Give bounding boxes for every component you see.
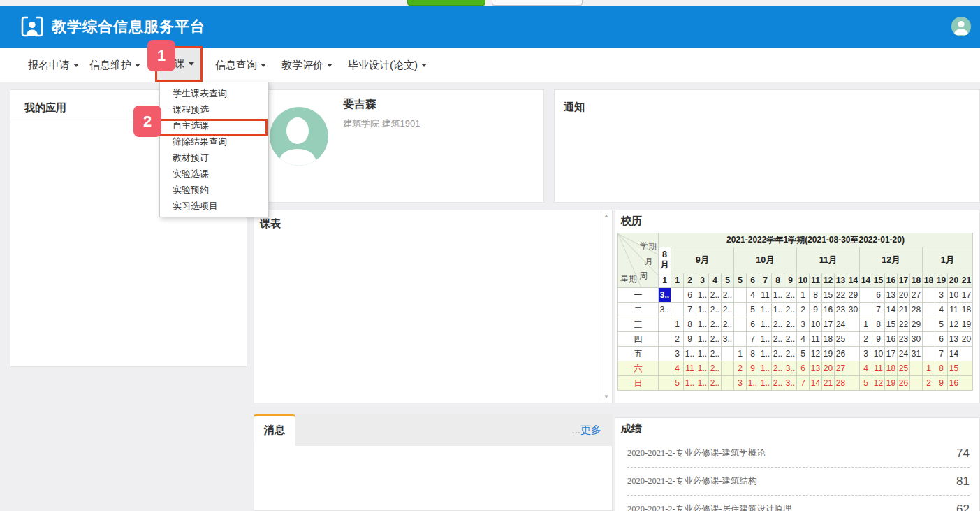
calendar-date-cell[interactable]: 29: [910, 317, 923, 332]
calendar-date-cell[interactable]: [659, 332, 671, 347]
calendar-date-cell[interactable]: 2..: [784, 317, 797, 332]
calendar-date-cell[interactable]: 22: [835, 288, 847, 303]
calendar-date-cell[interactable]: [923, 288, 935, 303]
calendar-date-cell[interactable]: 23: [835, 303, 847, 317]
calendar-date-cell[interactable]: 3: [860, 347, 872, 361]
calendar-week-cell[interactable]: 9: [784, 273, 797, 288]
calendar-date-cell[interactable]: 2..: [709, 332, 722, 347]
calendar-date-cell[interactable]: 25: [898, 361, 910, 376]
calendar-date-cell[interactable]: 26: [898, 376, 910, 391]
calendar-date-cell[interactable]: [734, 303, 747, 317]
dropdown-item[interactable]: 实验预约: [160, 182, 268, 198]
calendar-date-cell[interactable]: 8: [684, 317, 696, 332]
calendar-date-cell[interactable]: 16: [885, 332, 898, 347]
calendar-date-cell[interactable]: 15: [885, 317, 898, 332]
calendar-date-cell[interactable]: 14: [810, 376, 822, 391]
calendar-date-cell[interactable]: 2..: [784, 332, 797, 347]
calendar-week-cell[interactable]: 1: [659, 273, 671, 288]
calendar-date-cell[interactable]: [847, 332, 860, 347]
calendar-date-cell[interactable]: 2..: [784, 288, 797, 303]
calendar-date-cell[interactable]: 5: [860, 376, 872, 391]
calendar-date-cell[interactable]: 3..: [659, 288, 671, 303]
calendar-date-cell[interactable]: 7: [935, 347, 948, 361]
calendar-date-cell[interactable]: 28: [910, 303, 923, 317]
calendar-date-cell[interactable]: 2..: [709, 376, 722, 391]
calendar-date-cell[interactable]: 9: [935, 376, 948, 391]
calendar-date-cell[interactable]: 1..: [696, 303, 709, 317]
calendar-date-cell[interactable]: 2: [860, 332, 872, 347]
calendar-week-cell[interactable]: 16: [885, 273, 898, 288]
grade-row[interactable]: 2020-2021-2-专业必修课-建筑学概论 74: [627, 440, 970, 468]
calendar-date-cell[interactable]: 2..: [709, 303, 722, 317]
calendar-date-cell[interactable]: 6: [797, 361, 810, 376]
calendar-week-cell[interactable]: 14: [847, 273, 860, 288]
calendar-date-cell[interactable]: 9: [747, 361, 759, 376]
calendar-date-cell[interactable]: 9: [810, 303, 822, 317]
calendar-date-cell[interactable]: 1..: [759, 303, 772, 317]
grade-row[interactable]: 2020-2021-2-专业必修课-建筑结构 81: [627, 468, 970, 496]
calendar-week-cell[interactable]: 20: [948, 273, 960, 288]
calendar-date-cell[interactable]: [734, 288, 747, 303]
dropdown-item[interactable]: 课程预选: [160, 101, 268, 117]
calendar-date-cell[interactable]: 19: [822, 347, 835, 361]
calendar-week-cell[interactable]: 1: [671, 273, 684, 288]
calendar-week-cell[interactable]: 15: [872, 273, 885, 288]
user-avatar[interactable]: [951, 17, 971, 36]
calendar-date-cell[interactable]: 16: [948, 376, 960, 391]
dropdown-item[interactable]: 自主选课: [160, 117, 268, 134]
calendar-date-cell[interactable]: 9: [684, 332, 696, 347]
calendar-date-cell[interactable]: 8: [872, 317, 885, 332]
calendar-date-cell[interactable]: 23: [898, 332, 910, 347]
calendar-date-cell[interactable]: 10: [810, 317, 822, 332]
calendar-date-cell[interactable]: [722, 361, 734, 376]
calendar-date-cell[interactable]: 15: [948, 361, 960, 376]
calendar-week-cell[interactable]: 3: [696, 273, 709, 288]
calendar-date-cell[interactable]: 1..: [696, 288, 709, 303]
nav-item-registration[interactable]: 报名申请: [28, 48, 79, 82]
calendar-date-cell[interactable]: 17: [960, 288, 973, 303]
calendar-date-cell[interactable]: 3..: [784, 376, 797, 391]
calendar-date-cell[interactable]: [860, 303, 872, 317]
calendar-date-cell[interactable]: [659, 376, 671, 391]
calendar-date-cell[interactable]: 17: [885, 347, 898, 361]
calendar-date-cell[interactable]: 18: [960, 303, 973, 317]
grade-row[interactable]: 2020-2021-2-专业必修课-居住建筑设计原理 62: [627, 496, 970, 511]
calendar-date-cell[interactable]: [847, 347, 860, 361]
nav-item-grad-design[interactable]: 毕业设计(论文): [348, 48, 427, 82]
calendar-date-cell[interactable]: 6: [935, 332, 948, 347]
calendar-date-cell[interactable]: 14: [885, 303, 898, 317]
calendar-date-cell[interactable]: 2..: [772, 347, 784, 361]
calendar-week-cell[interactable]: 18: [910, 273, 923, 288]
calendar-date-cell[interactable]: 4: [935, 303, 948, 317]
calendar-date-cell[interactable]: 1..: [696, 332, 709, 347]
calendar-week-cell[interactable]: 4: [709, 273, 722, 288]
calendar-date-cell[interactable]: 22: [898, 317, 910, 332]
calendar-date-cell[interactable]: 1..: [772, 288, 784, 303]
calendar-date-cell[interactable]: [734, 332, 747, 347]
calendar-date-cell[interactable]: 26: [835, 347, 847, 361]
calendar-date-cell[interactable]: 11: [759, 288, 772, 303]
calendar-date-cell[interactable]: 12: [948, 317, 960, 332]
calendar-date-cell[interactable]: 2..: [722, 317, 734, 332]
calendar-date-cell[interactable]: 2..: [709, 347, 722, 361]
calendar-date-cell[interactable]: 4: [797, 332, 810, 347]
calendar-date-cell[interactable]: 2..: [772, 361, 784, 376]
calendar-date-cell[interactable]: 1: [797, 288, 810, 303]
calendar-date-cell[interactable]: 28: [835, 376, 847, 391]
calendar-date-cell[interactable]: 3: [671, 347, 684, 361]
calendar-date-cell[interactable]: 2..: [784, 347, 797, 361]
calendar-date-cell[interactable]: 3: [797, 317, 810, 332]
messages-more-link[interactable]: ...更多: [571, 414, 601, 446]
calendar-week-cell[interactable]: 5: [734, 273, 747, 288]
calendar-date-cell[interactable]: 11: [810, 332, 822, 347]
calendar-date-cell[interactable]: 6: [872, 288, 885, 303]
calendar-date-cell[interactable]: 8: [810, 288, 822, 303]
calendar-date-cell[interactable]: 12: [810, 347, 822, 361]
calendar-date-cell[interactable]: [734, 317, 747, 332]
tab-messages[interactable]: 消息: [254, 414, 295, 446]
calendar-date-cell[interactable]: 30: [910, 332, 923, 347]
calendar-date-cell[interactable]: 21: [898, 303, 910, 317]
calendar-date-cell[interactable]: 29: [847, 288, 860, 303]
calendar-week-cell[interactable]: 8: [772, 273, 784, 288]
calendar-date-cell[interactable]: 1..: [759, 347, 772, 361]
